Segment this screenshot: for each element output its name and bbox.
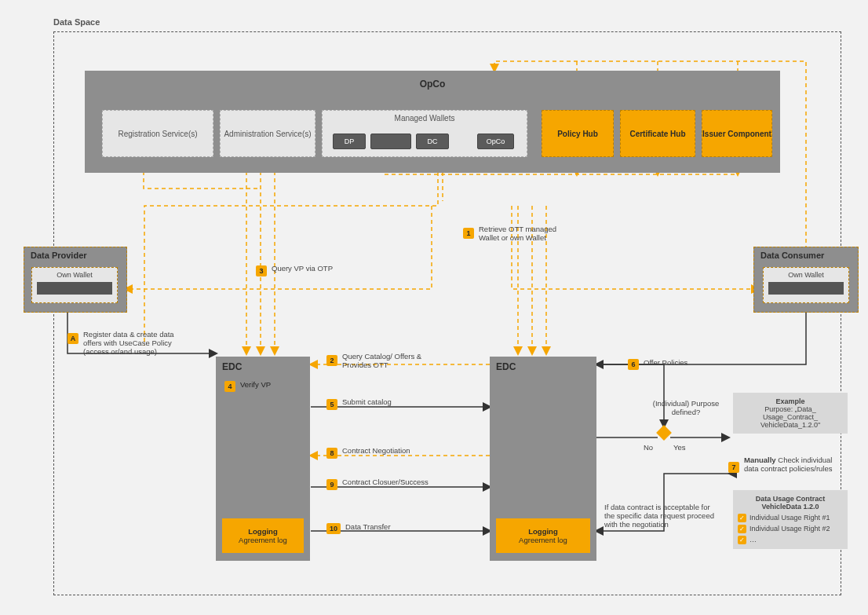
badge-7: 7 bbox=[728, 462, 739, 473]
edc-left-logging-title: Logging bbox=[222, 527, 304, 536]
badge-4: 4 bbox=[224, 381, 235, 392]
contract-r1: ✓Individual Usage Right #1 bbox=[738, 514, 843, 522]
wallet-opco: OpCo bbox=[477, 134, 514, 149]
badge-8: 8 bbox=[326, 448, 337, 459]
edc-right-title: EDC bbox=[490, 357, 596, 372]
policy-hub: Policy Hub bbox=[542, 110, 614, 157]
label-1: Retrieve OTT managed Wallet or own Walle… bbox=[479, 225, 573, 242]
data-space-label: Data Space bbox=[53, 17, 100, 27]
example-box: Example Purpose: „Data_ Usage_Contract_ … bbox=[733, 393, 848, 434]
issuer-component: Issuer Component bbox=[702, 110, 772, 157]
provider-wallet: Own Wallet bbox=[31, 267, 118, 303]
badge-A: A bbox=[67, 333, 78, 344]
edc-right-logging-title: Logging bbox=[496, 527, 590, 536]
admin-service: Administration Service(s) bbox=[220, 110, 315, 157]
decision-proceed: If data contract is acceptable for the s… bbox=[604, 503, 714, 529]
label-4: Verify VP bbox=[240, 380, 295, 389]
label-5: Submit catalog bbox=[342, 397, 444, 406]
badge-1: 1 bbox=[463, 228, 474, 239]
provider-wallet-label: Own Wallet bbox=[32, 268, 117, 279]
example-title: Example bbox=[738, 397, 843, 405]
opco-title: OpCo bbox=[85, 79, 780, 90]
edc-right-logging: Logging Agreement log bbox=[496, 518, 590, 553]
decision-no: No bbox=[644, 443, 653, 452]
wallet-mid bbox=[370, 134, 411, 149]
decision-yes: Yes bbox=[673, 443, 686, 452]
contract-r2: ✓Individual Usage Right #2 bbox=[738, 525, 843, 533]
label-7: Manually Check individual data contract … bbox=[744, 456, 844, 473]
wallet-dc: DC bbox=[416, 134, 449, 149]
badge-3: 3 bbox=[256, 265, 267, 276]
data-provider-title: Data Provider bbox=[24, 247, 126, 260]
consumer-wallet-label: Own Wallet bbox=[764, 268, 848, 279]
edc-left-title: EDC bbox=[216, 357, 310, 372]
edc-left-logging: Logging Agreement log bbox=[222, 518, 304, 553]
registration-service: Registration Service(s) bbox=[102, 110, 213, 157]
label-9: Contract Closuer/Success bbox=[342, 478, 460, 486]
badge-9: 9 bbox=[326, 479, 337, 490]
managed-wallets-title: Managed Wallets bbox=[323, 111, 527, 123]
decision-label: (Individual) Purpose defined? bbox=[647, 399, 725, 416]
consumer-wallet: Own Wallet bbox=[763, 267, 849, 303]
label-A: Register data & create data offers with … bbox=[83, 330, 185, 356]
contract-title: Data Usage Contract VehicleData 1.2.0 bbox=[738, 495, 843, 511]
example-body: Purpose: „Data_ Usage_Contract_ VehicleD… bbox=[738, 405, 843, 429]
badge-10: 10 bbox=[326, 523, 341, 534]
label-8: Contract Negotiation bbox=[342, 446, 452, 455]
edc-left-logging-sub: Agreement log bbox=[222, 536, 304, 544]
contract-box: Data Usage Contract VehicleData 1.2.0 ✓I… bbox=[733, 490, 848, 549]
label-2: Query Catalog/ Offers & Provides OTT bbox=[342, 352, 444, 369]
data-consumer-title: Data Consumer bbox=[754, 247, 858, 260]
label-6: Offer Policies bbox=[644, 358, 714, 367]
provider-wallet-strip bbox=[37, 282, 112, 295]
label-10: Data Transfer bbox=[345, 522, 439, 531]
contract-r3: ✓… bbox=[738, 536, 843, 544]
edc-right-logging-sub: Agreement log bbox=[496, 536, 590, 544]
label-3: Query VP via OTP bbox=[272, 264, 366, 273]
badge-6: 6 bbox=[628, 359, 639, 370]
badge-2: 2 bbox=[326, 355, 337, 366]
wallet-dp: DP bbox=[333, 134, 366, 149]
consumer-wallet-strip bbox=[768, 282, 844, 295]
certificate-hub: Certificate Hub bbox=[620, 110, 695, 157]
badge-5: 5 bbox=[326, 399, 337, 410]
